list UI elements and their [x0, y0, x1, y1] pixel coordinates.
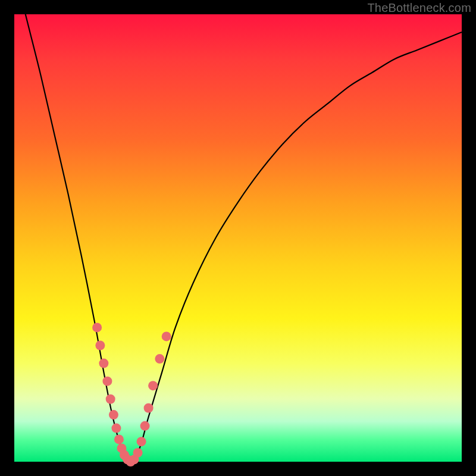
data-marker: [155, 354, 164, 364]
data-marker: [92, 322, 102, 332]
chart-plot-area: [14, 14, 462, 462]
data-marker: [148, 381, 158, 390]
data-marker: [95, 340, 105, 350]
data-marker: [111, 424, 121, 433]
marker-layer: [92, 322, 171, 466]
watermark-text: TheBottleneck.com: [367, 1, 471, 15]
data-marker: [133, 448, 143, 458]
data-marker: [109, 410, 118, 419]
data-marker: [102, 377, 112, 386]
data-marker: [99, 359, 108, 368]
curve-svg: [14, 14, 462, 462]
chart-frame: TheBottleneck.com: [0, 0, 476, 476]
data-marker: [162, 331, 171, 341]
data-marker: [144, 403, 154, 413]
data-marker: [137, 437, 146, 446]
bottleneck-curve: [14, 0, 462, 462]
data-marker: [114, 434, 124, 444]
data-marker: [106, 394, 115, 404]
curve-layer: [14, 0, 462, 462]
data-marker: [140, 421, 150, 431]
